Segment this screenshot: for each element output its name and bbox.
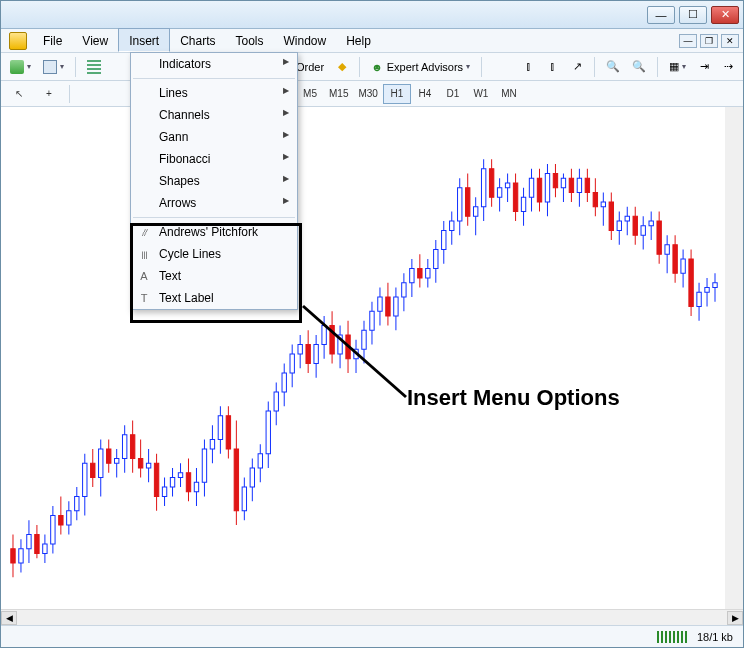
market-watch-button[interactable]: [82, 56, 106, 78]
toolbar-draw: ↖ + M1M5M15M30H1H4D1W1MN: [1, 81, 743, 107]
timeframe-h1[interactable]: H1: [383, 84, 411, 104]
insert-menu-item-gann[interactable]: Gann: [131, 126, 297, 148]
window-maximize-button[interactable]: ☐: [679, 6, 707, 24]
menu-item-label: Gann: [159, 130, 188, 144]
shift-icon: ⇥: [700, 60, 709, 73]
svg-rect-35: [146, 463, 150, 468]
profiles-button[interactable]: [38, 56, 69, 78]
menu-window[interactable]: Window: [274, 29, 337, 52]
insert-menu-item-indicators[interactable]: Indicators: [131, 53, 297, 75]
insert-menu-item-lines[interactable]: Lines: [131, 82, 297, 104]
menu-file[interactable]: File: [33, 29, 72, 52]
chart-area[interactable]: [1, 107, 743, 609]
mdi-restore-button[interactable]: ❐: [700, 34, 718, 48]
mdi-close-button[interactable]: ✕: [721, 34, 739, 48]
svg-rect-19: [83, 463, 87, 496]
svg-rect-129: [521, 197, 525, 211]
svg-rect-141: [569, 178, 573, 192]
insert-menu-item-text-label[interactable]: TText Label: [131, 287, 297, 309]
timeframe-h4[interactable]: H4: [411, 84, 439, 104]
svg-rect-39: [162, 487, 166, 497]
svg-rect-87: [354, 349, 358, 359]
menu-view[interactable]: View: [72, 29, 118, 52]
app-icon: [9, 32, 27, 50]
scroll-left-button[interactable]: ◀: [1, 611, 17, 625]
timeframe-d1[interactable]: D1: [439, 84, 467, 104]
alert-button[interactable]: ◆: [331, 56, 353, 78]
svg-rect-175: [705, 288, 709, 293]
timeframe-m5[interactable]: M5: [296, 84, 324, 104]
svg-rect-83: [338, 335, 342, 354]
candle-chart-button[interactable]: ⫿: [542, 56, 564, 78]
zoom-in-button[interactable]: 🔍: [601, 56, 625, 78]
insert-menu-item-text[interactable]: AText: [131, 265, 297, 287]
svg-rect-33: [138, 459, 142, 469]
svg-rect-89: [362, 330, 366, 349]
zoom-out-button[interactable]: 🔍: [627, 56, 651, 78]
timeframe-w1[interactable]: W1: [467, 84, 495, 104]
line-chart-button[interactable]: ↗: [566, 56, 588, 78]
insert-menu-item-arrows[interactable]: Arrows: [131, 192, 297, 214]
chart-layout-button[interactable]: ▦: [664, 56, 691, 78]
svg-rect-53: [218, 416, 222, 440]
svg-rect-91: [370, 311, 374, 330]
timeframe-mn[interactable]: MN: [495, 84, 523, 104]
svg-rect-107: [434, 250, 438, 269]
svg-rect-61: [250, 468, 254, 487]
svg-rect-137: [553, 174, 557, 188]
scroll-right-button[interactable]: ▶: [727, 611, 743, 625]
svg-rect-121: [489, 169, 493, 198]
insert-menu-item-fibonacci[interactable]: Fibonacci: [131, 148, 297, 170]
insert-menu-item-channels[interactable]: Channels: [131, 104, 297, 126]
cursor-tool-button[interactable]: ↖: [5, 84, 33, 104]
svg-rect-127: [513, 183, 517, 212]
svg-rect-55: [226, 416, 230, 449]
svg-rect-7: [35, 535, 39, 554]
candlestick-chart: [1, 107, 721, 587]
expert-advisors-button[interactable]: ☻Expert Advisors: [366, 56, 475, 78]
svg-rect-3: [19, 549, 23, 563]
svg-rect-167: [673, 245, 677, 274]
chart-horizontal-scrollbar[interactable]: ◀ ▶: [1, 609, 743, 625]
timeframe-m30[interactable]: M30: [353, 84, 382, 104]
window-minimize-button[interactable]: —: [647, 6, 675, 24]
insert-menu-item-shapes[interactable]: Shapes: [131, 170, 297, 192]
svg-rect-119: [481, 169, 485, 207]
menu-insert[interactable]: Insert: [118, 28, 170, 52]
svg-rect-17: [75, 497, 79, 511]
new-chart-button[interactable]: [5, 56, 36, 78]
svg-rect-157: [633, 216, 637, 235]
svg-rect-95: [386, 297, 390, 316]
mdi-minimize-button[interactable]: —: [679, 34, 697, 48]
svg-rect-31: [130, 435, 134, 459]
shift-chart-button[interactable]: ⇥: [693, 56, 715, 78]
window-close-button[interactable]: ✕: [711, 6, 739, 24]
bar-chart-button[interactable]: ⫿: [518, 56, 540, 78]
svg-rect-69: [282, 373, 286, 392]
menu-help[interactable]: Help: [336, 29, 381, 52]
auto-scroll-button[interactable]: ⇢: [717, 56, 739, 78]
menu-charts[interactable]: Charts: [170, 29, 225, 52]
crosshair-tool-button[interactable]: +: [35, 84, 63, 104]
svg-rect-21: [91, 463, 95, 477]
expert-advisors-label: Expert Advisors: [387, 61, 463, 73]
zoom-out-icon: 🔍: [632, 60, 646, 73]
separator: [75, 57, 76, 77]
toolbar-main: w Order ◆ ☻Expert Advisors ⫿ ⫿ ↗ 🔍 🔍 ▦ ⇥…: [1, 53, 743, 81]
menu-tools[interactable]: Tools: [226, 29, 274, 52]
zoom-in-icon: 🔍: [606, 60, 620, 73]
insert-menu-item-cycle-lines[interactable]: ⫼Cycle Lines: [131, 243, 297, 265]
svg-rect-173: [697, 292, 701, 306]
svg-rect-73: [298, 345, 302, 355]
titlebar: — ☐ ✕: [1, 1, 743, 29]
scroll-track[interactable]: [17, 611, 727, 625]
separator: [359, 57, 360, 77]
timeframe-m15[interactable]: M15: [324, 84, 353, 104]
line-chart-icon: ↗: [573, 60, 582, 73]
svg-rect-117: [473, 207, 477, 217]
menu-item-label: Text Label: [159, 291, 214, 305]
svg-rect-105: [426, 269, 430, 279]
menu-item-icon: ⫼: [137, 248, 151, 260]
insert-menu-item-andrews-pitchfork[interactable]: ⫽Andrews' Pitchfork: [131, 221, 297, 243]
bar-chart-icon: ⫿: [526, 60, 532, 73]
